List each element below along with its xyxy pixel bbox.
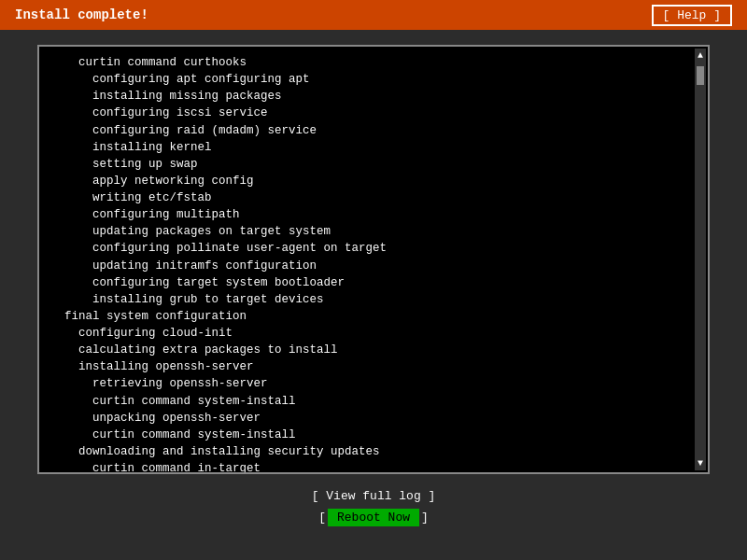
bottom-buttons: [ View full log ] [ Reboot Now ] — [306, 487, 442, 526]
bracket-left: [ — [317, 509, 328, 526]
log-content: curtin command curthooks configuring apt… — [50, 54, 697, 474]
reboot-row: [ Reboot Now ] — [317, 509, 430, 526]
reboot-now-button[interactable]: Reboot Now — [328, 509, 419, 526]
scrollbar-up-arrow[interactable]: ▲ — [698, 49, 703, 63]
help-button[interactable]: [ Help ] — [652, 5, 732, 26]
top-bar: Install complete! [ Help ] — [0, 0, 747, 30]
view-full-log-button[interactable]: [ View full log ] — [306, 487, 442, 505]
install-complete-title: Install complete! — [15, 7, 148, 22]
main-content: curtin command curthooks configuring apt… — [0, 30, 747, 560]
scrollbar-thumb[interactable] — [697, 66, 704, 85]
bracket-right: ] — [419, 509, 430, 526]
log-box: curtin command curthooks configuring apt… — [37, 45, 710, 474]
scrollbar-track[interactable]: ▲ ▼ — [695, 49, 706, 470]
scrollbar-down-arrow[interactable]: ▼ — [698, 456, 703, 470]
view-log-row: [ View full log ] — [306, 487, 442, 505]
